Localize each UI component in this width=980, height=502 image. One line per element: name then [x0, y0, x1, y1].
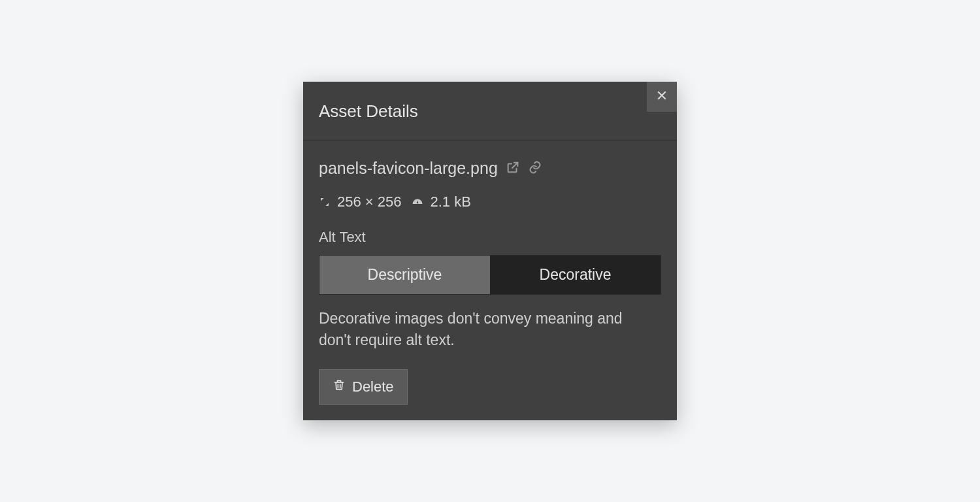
panel-title: Asset Details: [319, 101, 418, 122]
alt-text-segmented: Descriptive Decorative: [319, 255, 661, 295]
asset-dimensions: 256 × 256: [337, 193, 401, 210]
asset-details-panel: Asset Details panels-favicon-large.png: [303, 82, 677, 421]
trash-icon: [333, 378, 346, 396]
segment-descriptive[interactable]: Descriptive: [319, 256, 490, 294]
close-icon: [655, 89, 668, 104]
external-link-icon: [506, 160, 520, 176]
open-external-button[interactable]: [506, 160, 520, 176]
link-icon: [528, 160, 542, 176]
alt-text-description: Decorative images don't convey meaning a…: [319, 308, 659, 352]
delete-button-label: Delete: [352, 378, 394, 395]
panel-header: Asset Details: [303, 82, 677, 141]
dimensions-icon: [319, 196, 331, 208]
delete-button[interactable]: Delete: [319, 369, 408, 405]
filename-row: panels-favicon-large.png: [319, 159, 661, 178]
asset-filename: panels-favicon-large.png: [319, 159, 498, 178]
segment-decorative[interactable]: Decorative: [490, 256, 661, 294]
copy-link-button[interactable]: [528, 160, 542, 176]
gauge-icon: [412, 196, 423, 208]
close-button[interactable]: [647, 82, 677, 112]
asset-meta-row: 256 × 256 2.1 kB: [319, 193, 661, 210]
alt-text-label: Alt Text: [319, 229, 661, 246]
asset-filesize: 2.1 kB: [430, 193, 470, 210]
panel-body: panels-favicon-large.png: [303, 141, 677, 421]
